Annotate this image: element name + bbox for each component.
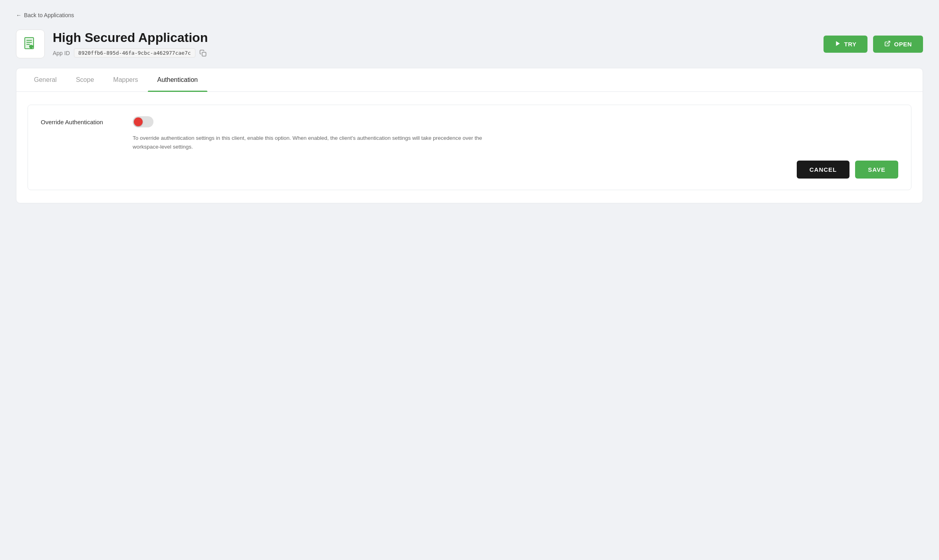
authentication-section: Override Authentication To override auth… (28, 105, 911, 190)
override-authentication-label: Override Authentication (41, 119, 121, 125)
app-header-left: High Secured Application App ID 8920ffb6… (16, 30, 208, 58)
tab-authentication[interactable]: Authentication (148, 68, 207, 91)
override-row: Override Authentication To override auth… (41, 116, 898, 151)
app-icon (16, 30, 45, 58)
svg-marker-6 (836, 41, 840, 46)
back-arrow-icon: ← (16, 12, 22, 18)
app-info: High Secured Application App ID 8920ffb6… (53, 30, 208, 58)
svg-rect-5 (202, 52, 206, 56)
open-button-label: OPEN (894, 41, 912, 48)
tabs-bar: General Scope Mappers Authentication (16, 68, 923, 92)
tab-content-authentication: Override Authentication To override auth… (16, 92, 923, 203)
action-row: CANCEL SAVE (41, 161, 898, 179)
back-link-label: Back to Applications (24, 12, 74, 18)
toggle-thumb (134, 117, 143, 126)
external-link-icon (884, 40, 891, 48)
try-button[interactable]: TRY (824, 36, 868, 53)
cancel-button[interactable]: CANCEL (797, 161, 850, 179)
play-icon (835, 40, 841, 48)
app-id-label: App ID (53, 50, 70, 56)
tab-mappers[interactable]: Mappers (103, 68, 147, 91)
override-header: Override Authentication (41, 116, 898, 127)
try-button-label: TRY (844, 41, 857, 48)
app-id-row: App ID 8920ffb6-895d-46fa-9cbc-a462977ca… (53, 48, 208, 58)
tab-general[interactable]: General (24, 68, 66, 91)
override-description: To override authentication settings in t… (133, 134, 492, 151)
save-button[interactable]: SAVE (855, 161, 898, 179)
app-header: High Secured Application App ID 8920ffb6… (16, 30, 923, 58)
svg-line-7 (887, 41, 890, 44)
app-id-value: 8920ffb6-895d-46fa-9cbc-a462977cae7c (74, 48, 195, 58)
main-card: General Scope Mappers Authentication Ove… (16, 68, 923, 203)
header-buttons: TRY OPEN (824, 36, 923, 53)
copy-icon[interactable] (199, 50, 207, 57)
override-authentication-toggle[interactable] (133, 116, 153, 127)
open-button[interactable]: OPEN (873, 36, 923, 53)
app-title: High Secured Application (53, 30, 208, 45)
back-to-applications-link[interactable]: ← Back to Applications (16, 12, 923, 18)
tab-scope[interactable]: Scope (66, 68, 103, 91)
app-logo-icon (22, 36, 38, 52)
